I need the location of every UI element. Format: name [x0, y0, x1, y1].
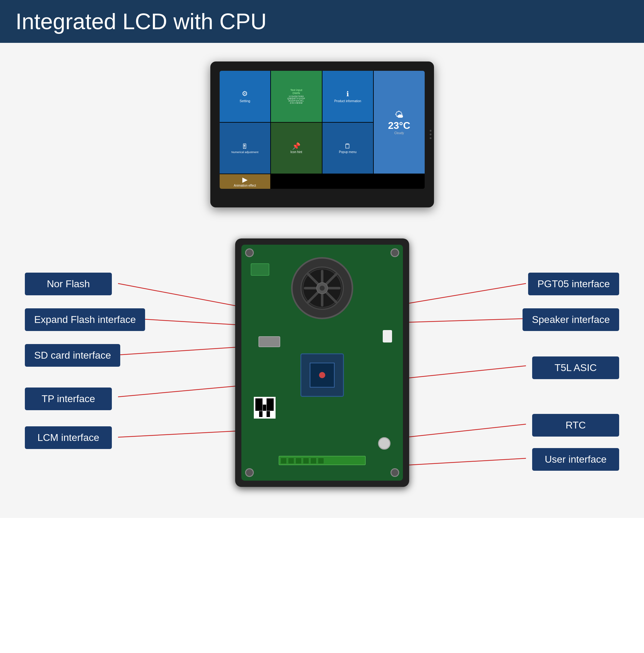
screen-cell-weather: 🌤 23°C Cloudy [374, 71, 425, 174]
numerical-icon: 🎚 [242, 143, 248, 151]
chip-indicator [319, 372, 325, 378]
lcd-section: ⚙ Setting Text input DWIN 1234567890 QWE… [25, 62, 619, 208]
page-title: Integrated LCD with CPU [16, 9, 267, 34]
pcb-section: Nor Flash Expand Flash interface SD card… [25, 232, 619, 499]
screw-tl [245, 248, 254, 257]
lcd-dot-2 [430, 134, 432, 136]
svg-line-7 [406, 366, 526, 378]
lcd-dot-3 [430, 137, 432, 139]
screw-bl [245, 468, 254, 477]
svg-point-16 [320, 286, 325, 291]
svg-line-6 [406, 319, 526, 322]
svg-line-3 [118, 386, 238, 397]
label-lcm-interface: LCM interface [25, 426, 112, 449]
pcb-board [235, 239, 409, 487]
svg-line-0 [118, 284, 238, 306]
terminal-6 [318, 458, 324, 464]
lcd-dot-1 [430, 130, 432, 132]
svg-line-4 [118, 431, 238, 437]
screen-cell-animation: ▶ Animation effect [220, 174, 271, 189]
terminal-2 [288, 458, 294, 464]
fan-inner [300, 266, 344, 310]
setting-icon: ⚙ [242, 90, 248, 98]
screen-cell-icon-hint: 📌 Icon hint [271, 123, 322, 174]
connector-strip [279, 456, 366, 465]
lcd-device: ⚙ Setting Text input DWIN 1234567890 QWE… [210, 62, 434, 208]
main-content: ⚙ Setting Text input DWIN 1234567890 QWE… [0, 43, 644, 518]
page-header: Integrated LCD with CPU [0, 0, 644, 43]
label-sd-card: SD card interface [25, 344, 120, 367]
label-pgt05: PGT05 interface [528, 273, 619, 295]
screw-tr [391, 248, 399, 257]
diagram-area: Nor Flash Expand Flash interface SD card… [25, 232, 619, 499]
svg-line-2 [118, 347, 238, 355]
svg-line-9 [406, 458, 526, 465]
label-expand-flash: Expand Flash interface [25, 308, 145, 331]
svg-line-5 [406, 284, 526, 304]
label-nor-flash: Nor Flash [25, 273, 112, 295]
screen-cell-product: ℹ Product information [322, 71, 373, 122]
screen-cell-popup: 🗒 Popup menu [322, 123, 373, 174]
terminal-4 [303, 458, 309, 464]
main-chip [300, 353, 344, 397]
terminal-1 [280, 458, 287, 464]
sd-card-slot [258, 336, 280, 347]
label-speaker: Speaker interface [523, 308, 619, 331]
screen-cell-setting: ⚙ Setting [220, 71, 271, 122]
label-tp-interface: TP interface [25, 388, 112, 410]
terminal-3 [295, 458, 302, 464]
screen-cell-numerical: 🎚 Numerical adjustment [220, 123, 271, 174]
label-rtc: RTC [532, 414, 619, 437]
white-connector [383, 330, 392, 342]
terminal-5 [310, 458, 317, 464]
hint-icon: 📌 [292, 142, 300, 150]
screen-cell-text-input: Text input DWIN 1234567890 QWERTYUIOP AS… [271, 71, 322, 122]
fan-outer [291, 257, 353, 319]
popup-icon: 🗒 [344, 142, 351, 150]
animation-icon: ▶ [242, 176, 248, 184]
label-t5l-asic: T5L ASIC [532, 357, 619, 379]
qr-code [254, 397, 276, 418]
lcd-dots [430, 130, 432, 139]
info-icon: ℹ [346, 90, 349, 98]
chip-tl [251, 263, 269, 276]
svg-line-8 [406, 424, 526, 437]
fan-blades [302, 268, 342, 308]
lcd-screen: ⚙ Setting Text input DWIN 1234567890 QWE… [220, 71, 425, 189]
capacitor [378, 437, 391, 450]
label-user-interface: User interface [532, 448, 619, 471]
weather-icon: 🌤 [395, 110, 404, 120]
screw-br [391, 468, 399, 477]
